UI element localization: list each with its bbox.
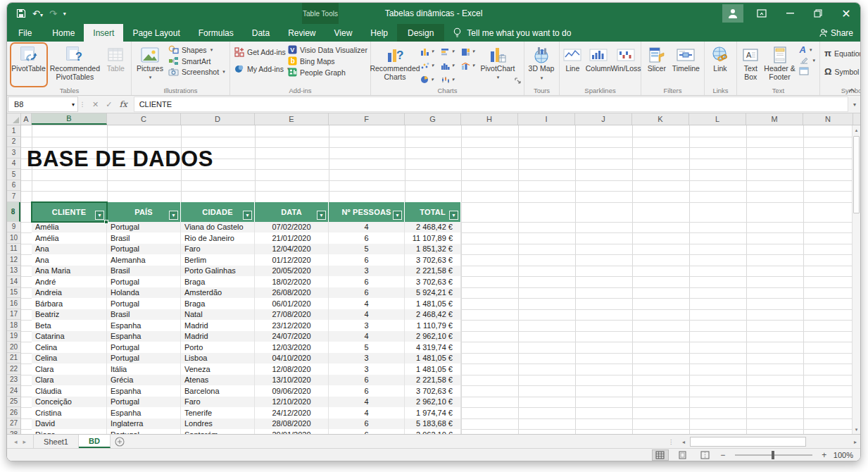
row-header-4[interactable]: 4 (7, 159, 20, 170)
tab-design[interactable]: Design (397, 24, 444, 42)
select-all-corner[interactable] (7, 113, 21, 125)
table-cell[interactable]: Madrid (181, 320, 255, 331)
expand-formula-bar-icon[interactable]: ▾ (849, 96, 860, 113)
column-header-E[interactable]: E (255, 113, 329, 125)
zoom-slider-handle[interactable] (772, 451, 774, 459)
restore-button[interactable] (804, 3, 832, 24)
row-header-5[interactable]: 5 (7, 169, 20, 180)
statistic-chart-button[interactable]: ▾ (437, 58, 458, 73)
stock-chart-button[interactable]: ▾ (437, 73, 458, 87)
tab-file[interactable]: File (7, 24, 43, 42)
table-cell[interactable]: Itália (107, 364, 181, 375)
save-icon[interactable] (16, 8, 26, 18)
table-cell[interactable]: Natal (181, 309, 255, 321)
table-cell[interactable]: 4 (329, 397, 405, 408)
table-cell[interactable]: 2 221,58 € (405, 375, 461, 386)
table-cell[interactable]: 2 962,10 € (405, 331, 461, 342)
sheet-tab-bd[interactable]: BD (79, 435, 111, 448)
table-cell[interactable]: 1 851,32 € (405, 244, 461, 255)
table-cell[interactable]: 3 702,63 € (405, 276, 461, 287)
table-cell[interactable]: Espanha (107, 385, 181, 397)
column-header-A[interactable]: A (21, 113, 32, 125)
table-cell[interactable]: Ana Maria (32, 266, 107, 277)
bar-chart-button[interactable]: ▾ (437, 44, 458, 58)
table-cell[interactable]: 5 (329, 342, 405, 353)
column-header-H[interactable]: H (461, 113, 518, 125)
table-cell[interactable]: 24/12/2020 (255, 407, 329, 418)
screenshot-button[interactable]: Screenshot▾ (166, 67, 227, 77)
row-header-1[interactable]: 1 (7, 125, 20, 137)
table-cell[interactable]: 2 468,42 € (405, 222, 461, 233)
worksheet[interactable]: ABCDEFGHIJKLMN 1234567891011121314151617… (7, 113, 860, 434)
table-header-cell[interactable]: DATA▼ (255, 202, 329, 222)
table-cell[interactable]: Espanha (107, 407, 181, 418)
table-header-cell[interactable]: CLIENTE▼ (32, 202, 107, 222)
combo-chart-button[interactable]: ▾ (458, 58, 478, 73)
table-cell[interactable]: 1 481,05 € (405, 298, 461, 309)
table-header-cell[interactable]: Nº PESSOAS▼ (329, 202, 405, 222)
table-cell[interactable]: 5 (329, 244, 405, 255)
table-cell[interactable]: Porto (181, 342, 255, 353)
tab-insert[interactable]: Insert (84, 24, 123, 42)
zoom-in-icon[interactable]: + (821, 450, 828, 460)
table-cell[interactable]: Clara (32, 364, 107, 375)
recommended-charts-button[interactable]: ? Recommended Charts (373, 43, 417, 85)
row-header-26[interactable]: 26 (7, 407, 20, 418)
table-cell[interactable]: 13/10/2020 (255, 375, 329, 386)
table-cell[interactable]: Lisboa (181, 353, 255, 364)
row-header-20[interactable]: 20 (7, 342, 20, 353)
equation-button[interactable]: π Equation▾ (822, 47, 861, 59)
table-cell[interactable]: Tenerife (181, 407, 255, 418)
column-header-G[interactable]: G (405, 113, 461, 125)
table-cell[interactable]: 6 (329, 254, 405, 266)
smartart-button[interactable]: SmartArt (166, 56, 227, 66)
name-box[interactable]: B8 ▾ (8, 97, 78, 112)
close-button[interactable]: ✕ (832, 3, 860, 24)
row-header-8[interactable]: 8 (7, 202, 20, 222)
row-header-14[interactable]: 14 (7, 276, 20, 287)
column-header-D[interactable]: D (181, 113, 255, 125)
prev-sheet-icon[interactable]: ◂ (14, 438, 18, 445)
table-cell[interactable]: 4 (329, 298, 405, 309)
row-header-17[interactable]: 17 (7, 309, 20, 321)
column-header-J[interactable]: J (575, 113, 632, 125)
table-cell[interactable]: 3 (329, 353, 405, 364)
table-cell[interactable]: 28/08/2020 (255, 418, 329, 430)
symbol-button[interactable]: Ω Symbol (822, 66, 861, 77)
header-footer-button[interactable]: Header & Footer (762, 43, 798, 85)
zoom-slider[interactable] (735, 454, 812, 456)
visio-data-visualizer-button[interactable]: V Visio Data Visualizer (286, 44, 370, 55)
table-cell[interactable]: 6 (329, 375, 405, 386)
column-header-C[interactable]: C (107, 113, 181, 125)
table-cell[interactable]: 11 107,89 € (405, 232, 461, 244)
tab-page-layout[interactable]: Page Layout (123, 24, 189, 42)
table-cell[interactable]: 18/02/2020 (255, 276, 329, 287)
row-header-21[interactable]: 21 (7, 353, 20, 364)
table-cell[interactable]: 09/06/2020 (255, 385, 329, 397)
row-header-11[interactable]: 11 (7, 244, 20, 255)
table-cell[interactable]: 6 (329, 276, 405, 287)
table-cell[interactable]: Berlim (181, 254, 255, 266)
table-cell[interactable]: 6 (329, 429, 405, 434)
table-cell[interactable]: 24/07/2020 (255, 331, 329, 342)
next-sheet-icon[interactable]: ▸ (23, 438, 27, 445)
row-header-25[interactable]: 25 (7, 397, 20, 408)
filter-dropdown-icon[interactable]: ▼ (317, 211, 326, 220)
table-header-cell[interactable]: CIDADE▼ (181, 202, 255, 222)
table-cell[interactable]: 4 (329, 309, 405, 321)
column-header-N[interactable]: N (803, 113, 853, 125)
table-cell[interactable]: Alemanha (107, 254, 181, 266)
formula-input[interactable]: CLIENTE (134, 97, 848, 112)
table-cell[interactable]: Portugal (107, 298, 181, 309)
new-sheet-icon[interactable] (111, 435, 129, 448)
text-box-button[interactable]: A Text Box (739, 43, 762, 85)
table-cell[interactable]: Faro (181, 397, 255, 408)
table-cell[interactable]: 1 481,05 € (405, 364, 461, 375)
row-header-24[interactable]: 24 (7, 385, 20, 397)
table-cell[interactable]: 3 (329, 266, 405, 277)
pictures-button[interactable]: Pictures ▾ (134, 43, 166, 85)
tab-home[interactable]: Home (43, 24, 84, 42)
wordart-button[interactable]: A▾ (797, 44, 817, 55)
timeline-button[interactable]: Timeline (670, 43, 702, 85)
table-cell[interactable]: Portugal (107, 429, 181, 434)
